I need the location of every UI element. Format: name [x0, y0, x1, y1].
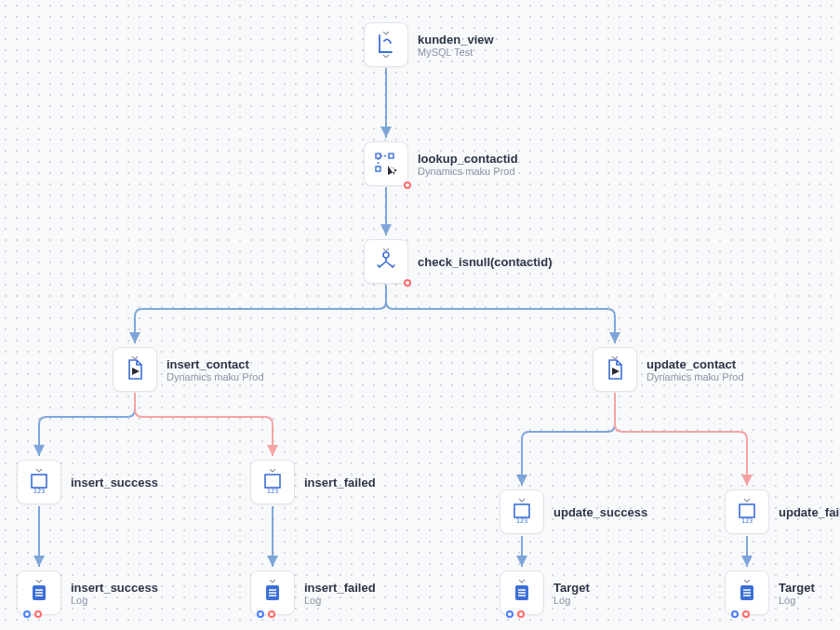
node-title: insert_failed — [304, 476, 376, 489]
node-subtitle: MySQL Test — [418, 47, 494, 58]
node-insert-success[interactable]: 123 insert_success — [17, 460, 158, 504]
node-subtitle: Dynamics maku Prod — [418, 166, 518, 177]
variable-set-icon: 123 — [250, 460, 295, 504]
variable-set-icon: 123 — [725, 489, 769, 534]
node-subtitle: Dynamics maku Prod — [167, 371, 264, 382]
connector-indicator-icon — [257, 610, 264, 618]
dynamics-update-icon — [593, 347, 637, 392]
node-title: insert_success — [71, 476, 158, 489]
node-insert-success-log[interactable]: insert_success Log — [17, 570, 158, 615]
node-title: update_failed — [779, 505, 840, 519]
node-subtitle: Log — [304, 595, 376, 606]
svg-rect-10 — [514, 504, 529, 517]
log-icon — [725, 570, 769, 615]
node-subtitle: Log — [553, 595, 590, 606]
log-icon — [500, 570, 544, 615]
svg-text:123: 123 — [741, 517, 753, 525]
node-insert-failed[interactable]: 123 insert_failed — [250, 460, 376, 504]
connector-indicator-icon — [731, 610, 739, 618]
workflow-canvas[interactable]: kunden_view MySQL Test lookup_contactid … — [0, 0, 840, 630]
connector-indicator-icon — [506, 610, 513, 618]
log-icon — [17, 570, 61, 615]
node-title: Target — [779, 581, 815, 595]
svg-text:123: 123 — [516, 517, 528, 525]
node-target-1[interactable]: Target Log — [500, 570, 590, 615]
error-indicator-icon — [742, 610, 750, 618]
error-indicator-icon — [517, 610, 525, 618]
svg-text:123: 123 — [267, 488, 279, 495]
log-icon — [250, 570, 295, 615]
node-title: update_success — [553, 505, 647, 519]
mysql-query-icon — [364, 22, 408, 67]
error-indicator-icon — [34, 610, 42, 618]
node-subtitle: Log — [779, 595, 815, 606]
svg-text:123: 123 — [33, 488, 46, 495]
svg-rect-2 — [376, 167, 380, 171]
node-title: insert_contact — [167, 357, 264, 371]
svg-rect-8 — [265, 475, 280, 488]
node-title: Target — [553, 581, 590, 595]
error-indicator-icon — [404, 181, 411, 189]
node-title: insert_failed — [304, 581, 376, 595]
variable-set-icon: 123 — [17, 460, 61, 504]
node-update-success[interactable]: 123 update_success — [500, 489, 647, 534]
node-update-failed[interactable]: 123 update_failed — [725, 489, 840, 534]
node-update-contact[interactable]: update_contact Dynamics maku Prod — [593, 347, 744, 392]
node-title: update_contact — [647, 357, 744, 371]
node-title: kunden_view — [418, 33, 494, 47]
error-indicator-icon — [268, 610, 275, 618]
dynamics-lookup-icon — [364, 141, 408, 186]
node-subtitle: Dynamics maku Prod — [647, 371, 744, 382]
variable-set-icon: 123 — [500, 489, 544, 534]
node-subtitle: Log — [71, 595, 158, 606]
svg-rect-0 — [376, 154, 380, 158]
svg-rect-12 — [740, 504, 754, 517]
svg-rect-6 — [32, 475, 47, 488]
error-indicator-icon — [404, 279, 411, 287]
connector-indicator-icon — [23, 610, 31, 618]
node-title: lookup_contactid — [418, 152, 518, 166]
node-check-isnull[interactable]: check_isnull(contactid) — [364, 239, 552, 284]
branch-condition-icon — [364, 239, 408, 284]
svg-rect-1 — [389, 154, 393, 158]
node-title: insert_success — [71, 581, 158, 595]
dynamics-insert-icon — [113, 347, 157, 392]
node-title: check_isnull(contactid) — [418, 255, 552, 269]
svg-point-5 — [383, 252, 389, 258]
node-insert-contact[interactable]: insert_contact Dynamics maku Prod — [113, 347, 264, 392]
connections-layer — [0, 0, 840, 630]
node-target-2[interactable]: Target Log — [725, 570, 815, 615]
node-lookup-contactid[interactable]: lookup_contactid Dynamics maku Prod — [364, 141, 518, 186]
node-kunden-view[interactable]: kunden_view MySQL Test — [364, 22, 494, 67]
node-insert-failed-log[interactable]: insert_failed Log — [250, 570, 376, 615]
